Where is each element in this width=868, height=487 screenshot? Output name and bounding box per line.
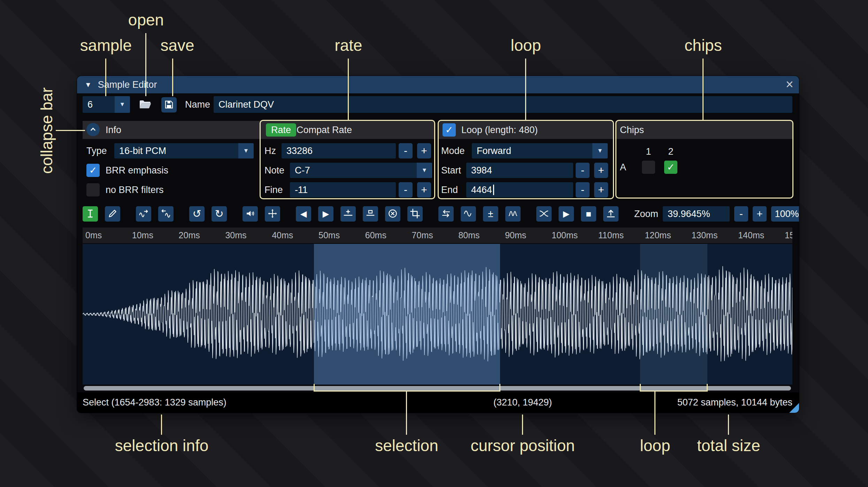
loop-start-minus-button[interactable]: - bbox=[576, 163, 590, 178]
rate-badge[interactable]: Rate bbox=[266, 123, 296, 137]
chevron-down-icon[interactable]: ▼ bbox=[417, 163, 432, 178]
sample-name-input[interactable]: Clarinet DQV bbox=[214, 96, 792, 113]
save-sample-button[interactable] bbox=[161, 97, 177, 113]
toolbar-group bbox=[83, 206, 120, 222]
toolbar-group: ▶■ bbox=[536, 206, 619, 222]
chevron-down-icon[interactable]: ▼ bbox=[592, 143, 608, 159]
window-title: Sample Editor bbox=[98, 79, 157, 90]
toolbar-preview-button[interactable]: ▶ bbox=[559, 206, 574, 222]
toolbar-redo-button[interactable]: ↻ bbox=[212, 206, 227, 222]
zoom-reset-button[interactable]: 100% bbox=[771, 206, 799, 222]
open-sample-button[interactable] bbox=[137, 97, 153, 113]
timeline-tick-label: 50ms bbox=[318, 230, 340, 240]
fine-input[interactable]: -11 bbox=[290, 182, 396, 198]
fade-out-icon: ▶ bbox=[323, 210, 329, 218]
timeline-tick-label: 0ms bbox=[85, 230, 102, 240]
waveform-area bbox=[83, 244, 792, 385]
toolbar-undo-button[interactable]: ↺ bbox=[189, 206, 205, 222]
total-size-text: 5072 samples, 10144 bytes bbox=[677, 392, 792, 413]
selection-info-text: Select (1654-2983: 1329 samples) bbox=[83, 392, 226, 413]
waveform-scrollbar[interactable] bbox=[84, 386, 791, 391]
loop-mode-select[interactable]: Forward ▼ bbox=[472, 143, 608, 159]
folder-open-icon bbox=[138, 98, 152, 112]
text-caret bbox=[493, 185, 494, 195]
sample-toolbar: ↺↻◀▶±▶■ Zoom 39.9645% - + 100% bbox=[83, 206, 792, 222]
chevron-down-icon[interactable]: ▼ bbox=[115, 96, 130, 113]
type-select[interactable]: 16-bit PCM ▼ bbox=[114, 143, 254, 159]
loop-start-input[interactable]: 3984 bbox=[466, 163, 573, 178]
zoom-input[interactable]: 39.9645% bbox=[663, 206, 730, 222]
fine-minus-button[interactable]: - bbox=[399, 182, 413, 198]
selection-region bbox=[314, 244, 500, 385]
chips-header-label: Chips bbox=[620, 121, 644, 139]
timeline-tick-label: 150ms bbox=[785, 230, 792, 240]
fine-plus-button[interactable]: + bbox=[417, 182, 431, 198]
zoom-out-button[interactable]: - bbox=[734, 206, 748, 222]
chevron-up-icon bbox=[89, 125, 98, 135]
chevron-down-icon[interactable]: ▼ bbox=[238, 143, 254, 159]
toolbar-stop-preview-button[interactable]: ■ bbox=[581, 206, 596, 222]
toolbar-select-tool[interactable] bbox=[83, 206, 98, 222]
title-bar[interactable]: ▼ Sample Editor × bbox=[77, 76, 799, 93]
toolbar-apply-silence-button[interactable] bbox=[363, 206, 378, 222]
toolbar-wavetable-button[interactable] bbox=[603, 206, 619, 222]
toolbar-trim-button[interactable] bbox=[407, 206, 423, 222]
type-label: Type bbox=[86, 142, 107, 160]
toolbar-reverse-button[interactable] bbox=[438, 206, 454, 222]
toolbar-fade-in-button[interactable]: ◀ bbox=[296, 206, 311, 222]
timeline-tick-label: 130ms bbox=[691, 230, 717, 240]
toolbar-resample-button[interactable] bbox=[158, 206, 174, 222]
loop-end-label: End bbox=[441, 181, 458, 199]
brr-emphasis-checkbox[interactable]: ✓ bbox=[86, 164, 100, 177]
loop-mode-value: Forward bbox=[472, 146, 592, 156]
timeline-tick-label: 80ms bbox=[458, 230, 479, 240]
type-value: 16-bit PCM bbox=[114, 146, 238, 156]
timeline-tick-label: 90ms bbox=[505, 230, 526, 240]
zoom-label: Zoom bbox=[634, 209, 658, 219]
invert-icon bbox=[463, 208, 474, 220]
no-brr-filters-label: no BRR filters bbox=[106, 181, 164, 199]
toolbar-filter-button[interactable] bbox=[505, 206, 521, 222]
toolbar-draw-tool[interactable] bbox=[105, 206, 120, 222]
hz-plus-button[interactable]: + bbox=[417, 143, 431, 159]
chip-row-a-label: A bbox=[620, 160, 626, 175]
timeline-ruler[interactable]: 0ms10ms20ms30ms40ms50ms60ms70ms80ms90ms1… bbox=[83, 227, 792, 243]
zoom-in-button[interactable]: + bbox=[753, 206, 767, 222]
resize-grip[interactable] bbox=[789, 403, 799, 413]
sample-number-select[interactable]: 6 ▼ bbox=[83, 96, 130, 113]
collapse-bar-button[interactable] bbox=[86, 123, 100, 136]
undo-icon: ↺ bbox=[192, 209, 201, 219]
toolbar-sign-convert-button[interactable]: ± bbox=[483, 206, 498, 222]
brr-emphasis-label: BRR emphasis bbox=[106, 162, 168, 179]
note-select[interactable]: C-7 ▼ bbox=[290, 163, 432, 178]
timeline-tick-label: 60ms bbox=[365, 230, 386, 240]
hz-minus-button[interactable]: - bbox=[399, 143, 413, 159]
compat-rate-label: Compat Rate bbox=[297, 121, 352, 139]
trim-icon bbox=[410, 208, 420, 220]
chip-column-1-label: 1 bbox=[646, 145, 651, 159]
no-brr-filters-checkbox[interactable] bbox=[86, 183, 100, 196]
toolbar-resize-button[interactable] bbox=[136, 206, 151, 222]
fade-in-icon: ◀ bbox=[300, 210, 307, 218]
toolbar-crossfade-button[interactable] bbox=[536, 206, 552, 222]
loop-end-minus-button[interactable]: - bbox=[576, 182, 590, 198]
loop-start-plus-button[interactable]: + bbox=[594, 163, 608, 178]
timeline-tick-label: 100ms bbox=[552, 230, 578, 240]
toolbar-delete-button[interactable] bbox=[385, 206, 400, 222]
toolbar-invert-button[interactable] bbox=[461, 206, 476, 222]
toolbar-insert-silence-button[interactable] bbox=[340, 206, 356, 222]
toolbar-group: ◀▶ bbox=[296, 206, 423, 222]
filter-icon bbox=[508, 208, 518, 220]
loop-end-plus-button[interactable]: + bbox=[594, 182, 608, 198]
hz-input[interactable]: 33286 bbox=[282, 143, 396, 159]
chip-2-checkbox[interactable]: ✓ bbox=[664, 161, 677, 174]
loop-end-input[interactable]: 4464 bbox=[466, 182, 573, 198]
loop-enable-checkbox[interactable]: ✓ bbox=[443, 123, 456, 137]
close-icon[interactable]: × bbox=[786, 76, 793, 93]
toolbar-amplify-button[interactable] bbox=[243, 206, 258, 222]
toolbar-normalize-button[interactable] bbox=[265, 206, 280, 222]
loop-end-value: 4464 bbox=[471, 185, 492, 195]
window-collapse-icon[interactable]: ▼ bbox=[85, 81, 92, 89]
chip-1-checkbox[interactable] bbox=[642, 161, 655, 174]
toolbar-fade-out-button[interactable]: ▶ bbox=[318, 206, 333, 222]
